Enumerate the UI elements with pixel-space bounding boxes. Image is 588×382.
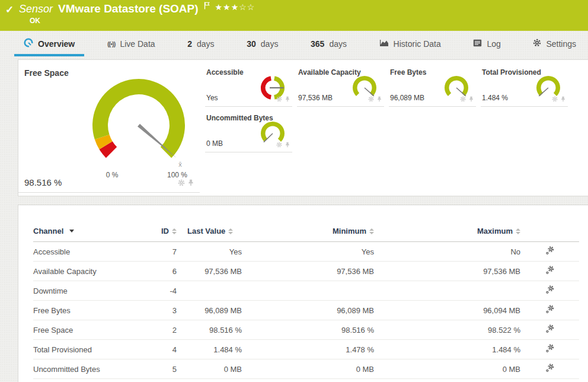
gauge-scale-min: 0 % bbox=[106, 171, 119, 179]
gauge-tile-uncommitted-bytes[interactable]: Uncommitted Bytes 0 MB bbox=[205, 110, 292, 152]
pin-icon[interactable] bbox=[561, 94, 565, 104]
sensor-header-bar: ✓ Sensor VMware Datastore (SOAP) ★★★☆☆ O… bbox=[0, 0, 588, 31]
table-row[interactable]: Free Space 2 98.516 % 98.516 % 98.522 % bbox=[33, 320, 579, 340]
gauge-tile-accessible[interactable]: Accessible Yes bbox=[205, 65, 292, 107]
table-row[interactable]: Total Provisioned 4 1.484 % 1.478 % 1.48… bbox=[33, 340, 579, 359]
channel-settings-icon[interactable] bbox=[545, 305, 554, 316]
gear-icon[interactable] bbox=[276, 139, 282, 150]
channel-settings-icon[interactable] bbox=[545, 246, 554, 257]
column-header-channel[interactable]: Channel bbox=[33, 222, 152, 242]
table-row[interactable]: Available Capacity 6 97,536 MB 97,536 MB… bbox=[33, 262, 579, 281]
settings-gear-icon bbox=[533, 39, 541, 49]
gauge-tile-total-provisioned[interactable]: Total Provisioned 1.484 % bbox=[481, 65, 568, 107]
gauge-value: 98.516 % bbox=[24, 177, 62, 187]
sort-icon bbox=[516, 228, 520, 234]
gear-icon[interactable] bbox=[178, 178, 185, 189]
tab-settings[interactable]: Settings bbox=[523, 31, 586, 56]
channel-settings-icon[interactable] bbox=[545, 364, 554, 374]
table-row[interactable]: Downtime -4 bbox=[33, 281, 579, 301]
sort-icon bbox=[369, 228, 374, 234]
sort-icon bbox=[228, 228, 233, 234]
tab-30-days[interactable]: 30 days bbox=[237, 31, 287, 56]
table-row[interactable]: Uncommitted Bytes 5 0 MB 0 MB 0 MB bbox=[33, 359, 579, 379]
column-header-id[interactable]: ID bbox=[152, 222, 177, 242]
page-background: Overview ((•)) Live Data 2 days 30 days … bbox=[0, 31, 588, 382]
mini-gauge-grid: Accessible Yes Available Capacity bbox=[205, 65, 584, 152]
tab-overview[interactable]: Overview bbox=[14, 31, 84, 56]
gear-icon[interactable] bbox=[552, 94, 558, 104]
tab-live-data[interactable]: ((•)) Live Data bbox=[98, 31, 165, 56]
pin-icon[interactable] bbox=[469, 94, 474, 104]
channel-settings-icon[interactable] bbox=[545, 266, 554, 276]
channel-settings-icon[interactable] bbox=[545, 285, 554, 296]
status-check-icon: ✓ bbox=[5, 4, 14, 16]
overview-gauge-icon bbox=[24, 38, 33, 49]
column-header-maximum[interactable]: Maximum bbox=[374, 222, 520, 242]
channel-table: Channel ID Last Value Minimum Maximum Ac… bbox=[33, 222, 579, 379]
free-space-gauge: x̄ 0 % 100 % bbox=[76, 71, 201, 180]
page-title: VMware Datastore (SOAP) bbox=[58, 2, 199, 15]
column-header-minimum[interactable]: Minimum bbox=[242, 222, 374, 242]
object-kind-label: Sensor bbox=[19, 3, 53, 15]
log-list-icon bbox=[473, 39, 482, 49]
gauge-title: Free Space bbox=[24, 68, 69, 78]
pin-icon[interactable] bbox=[188, 178, 194, 189]
gear-icon[interactable] bbox=[276, 94, 282, 104]
gear-icon[interactable] bbox=[368, 94, 374, 104]
channel-table-panel: Channel ID Last Value Minimum Maximum Ac… bbox=[18, 205, 588, 382]
table-row[interactable]: Accessible 7 Yes Yes No bbox=[33, 242, 579, 262]
gauge-tile-free-bytes[interactable]: Free Bytes 96,089 MB bbox=[389, 65, 476, 107]
gear-icon[interactable] bbox=[460, 94, 466, 104]
channel-settings-icon[interactable] bbox=[545, 324, 554, 335]
gauges-panel: Free Space x̄ 0 % 100 % 98.516 % Accessi… bbox=[18, 59, 588, 196]
table-row[interactable]: Free Bytes 3 96,089 MB 96,089 MB 96,094 … bbox=[33, 301, 579, 320]
priority-stars[interactable]: ★★★☆☆ bbox=[215, 2, 255, 12]
tab-historic-data[interactable]: Historic Data bbox=[370, 31, 450, 56]
status-badge: OK bbox=[30, 17, 40, 25]
pin-icon[interactable] bbox=[285, 139, 290, 150]
gauge-tile-available-capacity[interactable]: Available Capacity 97,536 MB bbox=[297, 65, 384, 107]
tab-365-days[interactable]: 365 days bbox=[301, 31, 356, 56]
live-data-icon: ((•)) bbox=[107, 40, 116, 47]
sort-desc-icon bbox=[69, 230, 74, 233]
tab-bar: Overview ((•)) Live Data 2 days 30 days … bbox=[0, 31, 588, 56]
pin-icon[interactable] bbox=[285, 94, 290, 104]
column-header-last-value[interactable]: Last Value bbox=[177, 222, 242, 242]
flag-icon[interactable] bbox=[204, 1, 210, 12]
gauge-average-marker: x̄ bbox=[178, 161, 182, 168]
gauge-tile-free-space[interactable]: Free Space x̄ 0 % 100 % 98.516 % bbox=[18, 60, 200, 193]
pin-icon[interactable] bbox=[377, 94, 382, 104]
tab-2-days[interactable]: 2 days bbox=[178, 31, 223, 56]
tab-log[interactable]: Log bbox=[464, 31, 510, 56]
sort-icon bbox=[172, 228, 177, 234]
channel-settings-icon[interactable] bbox=[545, 344, 554, 355]
historic-chart-icon bbox=[379, 39, 389, 49]
